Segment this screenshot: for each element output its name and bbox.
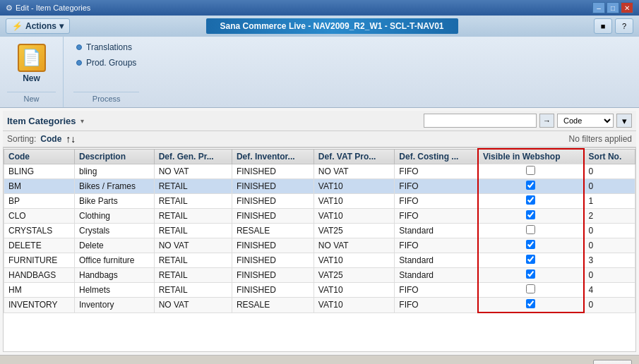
webshop-checkbox[interactable] <box>526 299 535 308</box>
close-button[interactable]: ✕ <box>621 2 633 13</box>
visible-in-webshop-cell[interactable] <box>478 224 584 238</box>
filter-title: Item Categories <box>7 116 76 126</box>
visible-in-webshop-cell[interactable] <box>478 238 584 253</box>
col-header-def-gen-pr: Def. Gen. Pr... <box>154 149 232 164</box>
filter-dropdown-icon[interactable]: ▾ <box>80 117 84 125</box>
col-header-code: Code <box>4 149 75 164</box>
table-cell: Handbags <box>75 268 155 283</box>
ribbon-new-group: 📄 New New <box>0 37 64 107</box>
table-cell: NO VAT <box>313 238 395 253</box>
table-row[interactable]: DELETEDeleteNO VATFINISHEDNO VATFIFO0 <box>4 238 635 253</box>
table-cell: NO VAT <box>154 298 232 313</box>
table-container: Code Description Def. Gen. Pr... Def. In… <box>3 147 636 352</box>
webshop-checkbox[interactable] <box>526 195 535 205</box>
webshop-checkbox[interactable] <box>526 255 535 264</box>
minimize-button[interactable]: – <box>592 2 605 13</box>
table-cell: FINISHED <box>232 283 313 298</box>
app-icon: ⚙ <box>6 4 13 13</box>
sort-value: Code <box>40 134 61 144</box>
table-cell: RETAIL <box>154 253 232 268</box>
table-row[interactable]: FURNITUREOffice furnitureRETAILFINISHEDV… <box>4 253 635 268</box>
ok-button[interactable]: OK <box>593 360 632 364</box>
table-cell: RETAIL <box>154 209 232 224</box>
table-cell: Office furniture <box>75 253 155 268</box>
table-cell: CRYSTALS <box>4 224 75 238</box>
table-cell: RETAIL <box>154 268 232 283</box>
table-cell: VAT10 <box>313 209 395 224</box>
table-row[interactable]: HANDBAGSHandbagsRETAILFINISHEDVAT25Stand… <box>4 268 635 283</box>
title-bar-controls: – □ ✕ <box>592 2 633 13</box>
table-cell: VAT10 <box>313 283 395 298</box>
prod-groups-item[interactable]: Prod. Groups <box>73 56 139 69</box>
filter-expand-button[interactable]: ▾ <box>616 114 632 128</box>
view-button[interactable]: ■ <box>594 18 612 34</box>
table-cell: NO VAT <box>313 164 395 179</box>
visible-in-webshop-cell[interactable] <box>478 268 584 283</box>
webshop-checkbox[interactable] <box>526 240 535 249</box>
bullet-icon <box>76 60 82 66</box>
table-cell: Standard <box>395 268 478 283</box>
table-cell: 0 <box>584 238 635 253</box>
webshop-checkbox[interactable] <box>526 225 535 234</box>
maximize-button[interactable]: □ <box>607 2 619 13</box>
filter-bar: Item Categories ▾ → Code Description ▾ <box>3 111 636 131</box>
item-categories-table: Code Description Def. Gen. Pr... Def. In… <box>4 148 635 313</box>
table-cell: INVENTORY <box>4 298 75 313</box>
table-cell: NO VAT <box>154 164 232 179</box>
ribbon: ⚡ Actions ▾ Sana Commerce Live - NAV2009… <box>0 16 639 108</box>
ribbon-body: 📄 New New Translations Prod. Groups Proc… <box>0 37 639 107</box>
visible-in-webshop-cell[interactable] <box>478 283 584 298</box>
visible-in-webshop-cell[interactable] <box>478 253 584 268</box>
filter-go-button[interactable]: → <box>539 114 554 128</box>
title-bar-left: ⚙ Edit - Item Categories <box>6 4 90 13</box>
table-cell: Helmets <box>75 283 155 298</box>
table-cell: Crystals <box>75 224 155 238</box>
table-row[interactable]: BMBikes / FramesRETAILFINISHEDVAT10FIFO0 <box>4 179 635 194</box>
translations-item[interactable]: Translations <box>73 41 139 54</box>
table-row[interactable]: HMHelmetsRETAILFINISHEDVAT10FIFO4 <box>4 283 635 298</box>
process-group-label: Process <box>73 92 139 103</box>
table-cell: FIFO <box>395 194 478 209</box>
table-cell: VAT25 <box>313 224 395 238</box>
search-input[interactable] <box>424 114 537 128</box>
col-header-def-inventor: Def. Inventor... <box>232 149 313 164</box>
content-area: Item Categories ▾ → Code Description ▾ S… <box>0 108 639 355</box>
visible-in-webshop-cell[interactable] <box>478 298 584 313</box>
visible-in-webshop-cell[interactable] <box>478 194 584 209</box>
filter-code-select[interactable]: Code Description <box>557 114 614 128</box>
webshop-checkbox[interactable] <box>526 269 535 279</box>
webshop-checkbox[interactable] <box>526 210 535 219</box>
actions-label: Actions <box>25 21 56 31</box>
help-button[interactable]: ? <box>615 18 633 34</box>
webshop-checkbox[interactable] <box>526 181 535 190</box>
sort-direction-button[interactable]: ↑↓ <box>66 133 76 145</box>
visible-in-webshop-cell[interactable] <box>478 209 584 224</box>
bottom-bar: OK <box>0 355 639 364</box>
visible-in-webshop-cell[interactable] <box>478 179 584 194</box>
table-row[interactable]: BLINGblingNO VATFINISHEDNO VATFIFO0 <box>4 164 635 179</box>
table-cell: FINISHED <box>232 238 313 253</box>
table-row[interactable]: CLOClothingRETAILFINISHEDVAT10FIFO2 <box>4 209 635 224</box>
table-cell: 2 <box>584 209 635 224</box>
table-cell: 0 <box>584 224 635 238</box>
table-cell: BLING <box>4 164 75 179</box>
visible-in-webshop-cell[interactable] <box>478 164 584 179</box>
table-cell: FIFO <box>395 298 478 313</box>
table-cell: VAT10 <box>313 179 395 194</box>
webshop-checkbox[interactable] <box>526 284 535 293</box>
webshop-checkbox[interactable] <box>526 166 535 175</box>
table-cell: FIFO <box>395 283 478 298</box>
table-row[interactable]: CRYSTALSCrystalsRETAILRESALEVAT25Standar… <box>4 224 635 238</box>
table-cell: VAT10 <box>313 194 395 209</box>
col-header-description: Description <box>75 149 155 164</box>
new-button[interactable]: 📄 New <box>12 41 52 86</box>
actions-button[interactable]: ⚡ Actions ▾ <box>6 18 70 34</box>
table-cell: 0 <box>584 268 635 283</box>
table-cell: FINISHED <box>232 164 313 179</box>
table-row[interactable]: INVENTORYInventoryNO VATRESALEVAT10FIFO0 <box>4 298 635 313</box>
table-row[interactable]: BPBike PartsRETAILFINISHEDVAT10FIFO1 <box>4 194 635 209</box>
table-cell: HM <box>4 283 75 298</box>
actions-dropdown-icon: ▾ <box>59 21 64 31</box>
table-cell: Delete <box>75 238 155 253</box>
chevron-down-icon: ▾ <box>622 116 627 126</box>
